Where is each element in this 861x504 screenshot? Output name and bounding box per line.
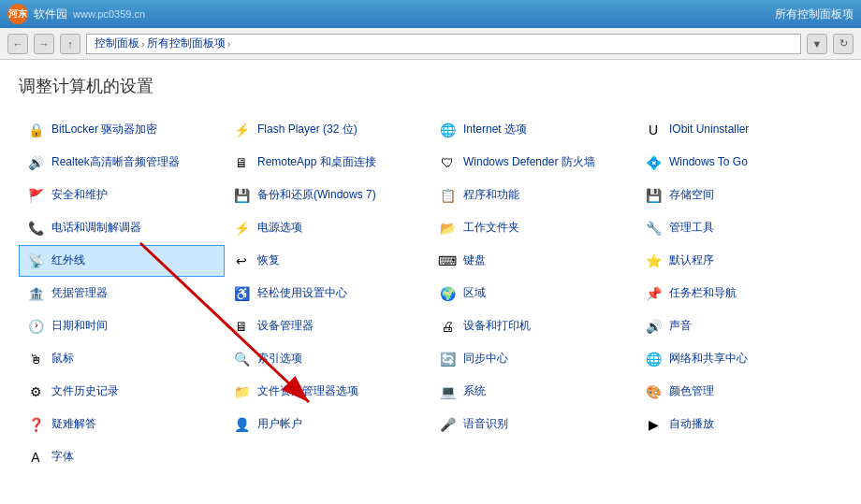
item-defender[interactable]: 🛡Windows Defender 防火墙 <box>430 147 636 179</box>
item-easeaccess[interactable]: ♿轻松使用设置中心 <box>225 278 430 310</box>
item-network[interactable]: 🌐网络和共享中心 <box>636 343 842 375</box>
item-fonts[interactable]: A字体 <box>19 441 225 473</box>
defaultprog-label: 默认程序 <box>669 253 714 268</box>
item-sound[interactable]: 🔊声音 <box>636 310 842 342</box>
speech-label: 语音识别 <box>463 417 508 432</box>
item-programs[interactable]: 📋程序和功能 <box>430 180 636 211</box>
item-autoplay[interactable]: ▶自动播放 <box>636 409 842 440</box>
item-restore[interactable]: ↩恢复 <box>225 245 430 277</box>
dropdown-button[interactable]: ▼ <box>807 34 827 54</box>
item-colormgmt[interactable]: 🎨颜色管理 <box>636 376 842 408</box>
item-bitlocker[interactable]: 🔒BitLocker 驱动器加密 <box>19 114 225 146</box>
system-icon: 💻 <box>437 382 458 402</box>
useracct-label: 用户帐户 <box>257 417 302 432</box>
item-system[interactable]: 💻系统 <box>430 376 636 408</box>
colormgmt-label: 颜色管理 <box>669 384 714 399</box>
system-label: 系统 <box>463 384 486 399</box>
infrared-icon: 📡 <box>25 251 46 271</box>
item-phone[interactable]: 📞电话和调制解调器 <box>19 212 225 244</box>
up-button[interactable]: ↑ <box>60 34 80 54</box>
item-fileopts[interactable]: 📁文件资源管理器选项 <box>225 376 430 408</box>
item-ieopts[interactable]: 🌐Internet 选项 <box>430 114 636 146</box>
item-devprint[interactable]: 🖨设备和打印机 <box>430 310 636 342</box>
forward-button[interactable]: → <box>34 34 54 54</box>
windowsto-icon: 💠 <box>643 152 664 173</box>
power-label: 电源选项 <box>257 221 302 236</box>
bitlocker-icon: 🔒 <box>25 120 46 140</box>
item-region[interactable]: 🌍区域 <box>430 278 636 310</box>
title-bar-site: 软件园 <box>34 7 67 22</box>
item-datetime[interactable]: 🕐日期和时间 <box>19 310 225 342</box>
item-indexing[interactable]: 🔍索引选项 <box>225 343 430 375</box>
keyboard-icon: ⌨ <box>437 251 458 271</box>
autoplay-icon: ▶ <box>643 414 664 435</box>
phone-label: 电话和调制解调器 <box>51 221 141 236</box>
address-input[interactable]: 控制面板 › 所有控制面板项 › <box>86 34 801 54</box>
defender-label: Windows Defender 防火墙 <box>463 155 595 170</box>
back-button[interactable]: ← <box>7 34 28 54</box>
workfolder-label: 工作文件夹 <box>463 221 519 236</box>
windowsto-label: Windows To Go <box>669 155 748 170</box>
security-icon: 🚩 <box>25 185 46 206</box>
mouse-label: 鼠标 <box>51 352 74 367</box>
item-mouse[interactable]: 🖱鼠标 <box>19 343 225 375</box>
flash-label: Flash Player (32 位) <box>257 122 358 137</box>
autoplay-label: 自动播放 <box>669 417 714 432</box>
item-flash[interactable]: ⚡Flash Player (32 位) <box>225 114 430 146</box>
realtek-label: Realtek高清晰音频管理器 <box>51 155 180 170</box>
network-label: 网络和共享中心 <box>669 352 748 367</box>
remoteapp-icon: 🖥 <box>231 152 252 173</box>
item-iobit[interactable]: UIObit Uninstaller <box>636 114 842 146</box>
refresh-button[interactable]: ↻ <box>833 34 854 54</box>
item-infrared[interactable]: 📡红外线 <box>19 245 225 277</box>
item-useracct[interactable]: 👤用户帐户 <box>225 409 430 440</box>
item-filehistory[interactable]: ⚙文件历史记录 <box>19 376 225 408</box>
synccenter-icon: 🔄 <box>437 349 458 369</box>
sound-label: 声音 <box>669 319 692 334</box>
item-admintools[interactable]: 🔧管理工具 <box>636 212 842 244</box>
item-credential[interactable]: 🏦凭据管理器 <box>19 278 225 310</box>
item-workfolder[interactable]: 📂工作文件夹 <box>430 212 636 244</box>
useracct-icon: 👤 <box>231 414 252 435</box>
item-taskbar[interactable]: 📌任务栏和导航 <box>636 278 842 310</box>
breadcrumb-controlpanel[interactable]: 控制面板 <box>95 36 139 51</box>
breadcrumb-allpanels[interactable]: 所有控制面板项 <box>147 36 226 51</box>
fileopts-label: 文件资源管理器选项 <box>257 384 358 399</box>
filehistory-icon: ⚙ <box>25 382 46 402</box>
synccenter-label: 同步中心 <box>463 352 508 367</box>
devmgr-label: 设备管理器 <box>257 319 314 334</box>
region-label: 区域 <box>463 286 486 301</box>
item-security[interactable]: 🚩安全和维护 <box>19 180 225 211</box>
colormgmt-icon: 🎨 <box>643 382 664 402</box>
devprint-icon: 🖨 <box>437 316 458 337</box>
admintools-label: 管理工具 <box>669 221 714 236</box>
item-remoteapp[interactable]: 🖥RemoteApp 和桌面连接 <box>225 147 430 179</box>
realtek-icon: 🔊 <box>25 152 46 173</box>
speech-icon: 🎤 <box>437 414 458 435</box>
taskbar-label: 任务栏和导航 <box>669 286 737 301</box>
item-keyboard[interactable]: ⌨键盘 <box>430 245 636 277</box>
power-icon: ⚡ <box>231 218 252 238</box>
item-storage[interactable]: 💾存储空间 <box>636 180 842 211</box>
fileopts-icon: 📁 <box>231 382 252 402</box>
column-col3: 🌐Internet 选项🛡Windows Defender 防火墙📋程序和功能📂… <box>430 114 636 474</box>
item-windowsto[interactable]: 💠Windows To Go <box>636 147 842 179</box>
restore-label: 恢复 <box>257 253 280 268</box>
item-troubleshoot[interactable]: ❓疑难解答 <box>19 409 225 440</box>
defender-icon: 🛡 <box>437 152 458 173</box>
region-icon: 🌍 <box>437 283 458 304</box>
item-defaultprog[interactable]: ⭐默认程序 <box>636 245 842 277</box>
item-synccenter[interactable]: 🔄同步中心 <box>430 343 636 375</box>
item-realtek[interactable]: 🔊Realtek高清晰音频管理器 <box>19 147 225 179</box>
items-grid: 🔒BitLocker 驱动器加密🔊Realtek高清晰音频管理器🚩安全和维护📞电… <box>19 114 842 474</box>
ieopts-icon: 🌐 <box>437 120 458 140</box>
remoteapp-label: RemoteApp 和桌面连接 <box>257 155 376 170</box>
infrared-label: 红外线 <box>51 253 85 268</box>
page-title: 调整计算机的设置 <box>19 75 842 97</box>
item-speech[interactable]: 🎤语音识别 <box>430 409 636 440</box>
item-backup[interactable]: 💾备份和还原(Windows 7) <box>225 180 430 211</box>
easeaccess-label: 轻松使用设置中心 <box>257 286 347 301</box>
item-devmgr[interactable]: 🖥设备管理器 <box>225 310 430 342</box>
network-icon: 🌐 <box>643 349 664 369</box>
item-power[interactable]: ⚡电源选项 <box>225 212 430 244</box>
